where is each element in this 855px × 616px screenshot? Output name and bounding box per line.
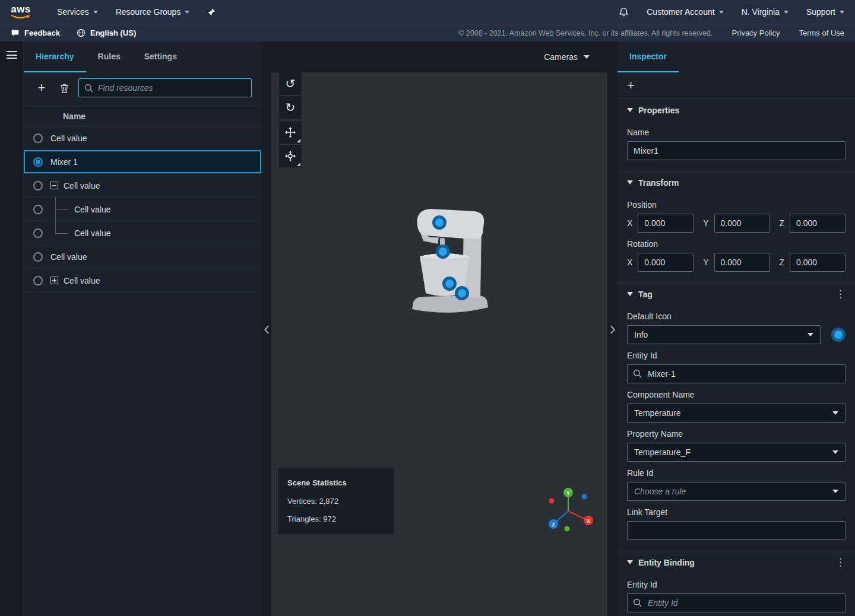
nav-services-label: Services — [57, 7, 89, 17]
row-label: Cell value — [64, 181, 100, 190]
aws-logo[interactable]: aws — [11, 4, 31, 20]
component-name-dropdown[interactable]: Temperature — [627, 404, 846, 423]
radio-button[interactable] — [33, 228, 43, 238]
property-name-dropdown[interactable]: Temperature_F — [627, 443, 846, 462]
hierarchy-row[interactable]: Cell value — [24, 269, 261, 293]
radio-button-checked[interactable] — [33, 157, 43, 167]
tab-rules-label: Rules — [98, 52, 121, 61]
axis-gizmo[interactable]: Y X Z — [542, 487, 596, 535]
hierarchy-row[interactable]: Cell value — [24, 126, 261, 150]
pin-button[interactable] — [207, 8, 216, 17]
rule-id-label: Rule Id — [627, 468, 846, 478]
terms-of-use-link[interactable]: Terms of Use — [799, 28, 844, 37]
nav-support[interactable]: Support — [806, 7, 844, 17]
scene-stats-triangles: Triangles: 972 — [287, 515, 385, 523]
default-icon-label: Default Icon — [627, 312, 846, 321]
position-z-input[interactable] — [790, 214, 846, 233]
hierarchy-row-selected[interactable]: Mixer 1 — [24, 150, 261, 174]
section-properties-header[interactable]: Properties — [618, 99, 855, 121]
add-component-button[interactable]: + — [627, 78, 635, 93]
top-nav-left: aws Services Resource Groups — [11, 4, 216, 20]
row-label: Cell value — [74, 228, 110, 238]
binding-entity-id-input[interactable] — [627, 593, 846, 612]
nav-resource-groups[interactable]: Resource Groups — [116, 7, 190, 17]
feedback-button[interactable]: Feedback — [11, 28, 60, 37]
radio-button[interactable] — [33, 205, 43, 214]
link-target-input[interactable] — [627, 521, 846, 540]
notifications-button[interactable] — [619, 7, 629, 17]
kebab-menu-icon[interactable]: ⋮ — [835, 288, 846, 300]
section-entity-binding-header[interactable]: Entity Binding ⋮ — [618, 551, 855, 573]
add-resource-button[interactable]: + — [33, 80, 50, 96]
info-tag-icon — [831, 328, 846, 342]
move-tool-button[interactable] — [279, 121, 302, 144]
speech-bubble-icon — [11, 29, 20, 37]
chevron-down-icon — [784, 11, 788, 14]
cameras-label: Cameras — [544, 52, 578, 62]
tab-inspector[interactable]: Inspector — [618, 42, 679, 72]
expand-node-icon[interactable] — [50, 277, 58, 284]
position-x-input[interactable] — [638, 214, 694, 233]
section-tag-header[interactable]: Tag ⋮ — [618, 283, 855, 305]
privacy-policy-link[interactable]: Privacy Policy — [732, 28, 780, 37]
redo-button[interactable]: ↻ — [279, 96, 302, 119]
row-label: Cell value — [64, 276, 100, 285]
gizmo-x-label: X — [587, 518, 590, 524]
search-input[interactable] — [98, 83, 246, 93]
collapse-right-panel-button[interactable] — [610, 325, 615, 334]
radio-button[interactable] — [33, 181, 43, 190]
pan-tool-button[interactable] — [279, 145, 302, 167]
chevron-down-icon — [584, 55, 590, 59]
hierarchy-row-child[interactable]: Cell value — [24, 198, 261, 221]
nav-region[interactable]: N. Virginia — [742, 7, 788, 17]
radio-button[interactable] — [33, 276, 43, 285]
rotation-x-input[interactable] — [638, 253, 694, 272]
scene-tag-widget[interactable] — [455, 286, 469, 300]
collapse-node-icon[interactable] — [50, 182, 58, 189]
nav-account[interactable]: Customer Account — [647, 7, 723, 17]
viewport-header: Cameras — [271, 42, 607, 72]
radio-button[interactable] — [33, 134, 43, 143]
rotation-z-input[interactable] — [790, 253, 846, 272]
hierarchy-row[interactable]: Cell value — [24, 174, 261, 198]
hierarchy-row-child[interactable]: Cell value — [24, 221, 261, 245]
tab-settings[interactable]: Settings — [132, 42, 189, 72]
axis-z-label: Z — [779, 218, 784, 228]
binding-entity-id-field — [627, 593, 846, 612]
collapse-left-panel-button[interactable] — [264, 325, 269, 334]
row-label: Mixer 1 — [50, 157, 78, 167]
default-icon-dropdown[interactable]: Info — [627, 325, 821, 344]
mixer-3d-model[interactable] — [409, 204, 492, 317]
viewport-canvas[interactable]: ↺ ↻ — [271, 72, 607, 616]
nav-region-label: N. Virginia — [742, 7, 780, 17]
scene-tag-widget[interactable] — [442, 277, 457, 291]
move-tool-icon — [284, 126, 296, 138]
nav-services[interactable]: Services — [57, 7, 98, 17]
hierarchy-panel: Hierarchy Rules Settings + — [24, 42, 261, 616]
position-y-input[interactable] — [714, 214, 770, 233]
right-panel-gutter — [607, 42, 618, 616]
hamburger-menu-icon[interactable] — [7, 51, 17, 59]
hierarchy-row[interactable]: Cell value — [24, 245, 261, 269]
radio-button[interactable] — [33, 252, 43, 262]
language-selector[interactable]: English (US) — [77, 28, 136, 37]
tab-rules[interactable]: Rules — [86, 42, 132, 72]
property-name-value: Temperature_F — [634, 447, 691, 457]
gizmo-y-label: Y — [566, 490, 570, 496]
triangle-down-icon — [627, 108, 633, 112]
cameras-dropdown[interactable]: Cameras — [544, 52, 590, 62]
name-input[interactable] — [627, 141, 846, 160]
section-transform-title: Transform — [638, 178, 679, 188]
scene-tag-widget[interactable] — [436, 245, 450, 259]
property-name-label: Property Name — [627, 429, 846, 439]
delete-resource-button[interactable] — [56, 80, 72, 96]
undo-button[interactable]: ↺ — [279, 72, 302, 95]
rule-id-dropdown[interactable]: Choose a rule — [627, 482, 846, 501]
tag-entity-id-input[interactable] — [627, 364, 846, 383]
tab-hierarchy[interactable]: Hierarchy — [24, 42, 86, 72]
rotation-y-input[interactable] — [714, 253, 770, 272]
scene-tag-widget[interactable] — [432, 215, 446, 230]
section-transform-header[interactable]: Transform — [618, 172, 855, 193]
chevron-down-icon — [840, 11, 844, 14]
kebab-menu-icon[interactable]: ⋮ — [835, 556, 846, 569]
